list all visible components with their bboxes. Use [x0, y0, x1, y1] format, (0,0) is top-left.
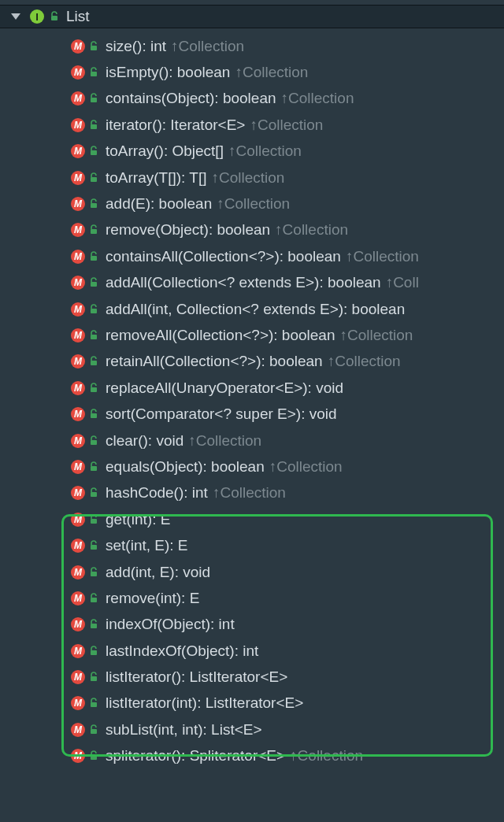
method-row[interactable]: MremoveAll(Collection<?>): boolean↑Colle… [71, 322, 504, 348]
method-icon: M [71, 118, 85, 132]
method-row[interactable]: Miterator(): Iterator<E>↑Collection [71, 112, 504, 138]
unlock-icon [88, 750, 99, 761]
method-signature: replaceAll(UnaryOperator<E>): void [106, 380, 343, 397]
svg-rect-0 [51, 16, 57, 20]
unlock-icon [88, 93, 99, 104]
method-icon: M [71, 696, 85, 710]
unlock-icon [88, 146, 99, 157]
inherited-from: ↑Collection [328, 353, 401, 370]
method-signature: set(int, E): E [106, 537, 188, 554]
method-row[interactable]: Msort(Comparator<? super E>): void [71, 401, 504, 427]
method-row[interactable]: MreplaceAll(UnaryOperator<E>): void [71, 375, 504, 401]
method-signature: listIterator(int): ListIterator<E> [106, 694, 303, 712]
method-icon: M [71, 250, 85, 264]
method-row[interactable]: Mcontains(Object): boolean↑Collection [71, 86, 504, 112]
svg-rect-23 [91, 624, 97, 628]
svg-rect-7 [91, 203, 97, 208]
method-icon: M [71, 723, 85, 737]
method-row[interactable]: MtoArray(T[]): T[]↑Collection [71, 165, 504, 191]
method-signature: remove(int): E [106, 590, 199, 607]
unlock-icon [88, 435, 99, 446]
svg-rect-22 [91, 598, 97, 602]
method-row[interactable]: Mspliterator(): Spliterator<E>↑Collectio… [71, 743, 504, 769]
unlock-icon [88, 277, 99, 288]
method-row[interactable]: MaddAll(Collection<? extends E>): boolea… [71, 270, 504, 296]
method-row[interactable]: MretainAll(Collection<?>): boolean↑Colle… [71, 349, 504, 375]
interface-name: List [66, 8, 90, 25]
method-icon: M [71, 381, 85, 395]
method-icon: M [71, 328, 85, 342]
method-row[interactable]: MhashCode(): int↑Collection [71, 480, 504, 506]
method-icon: M [71, 644, 85, 658]
method-row[interactable]: Mset(int, E): E [71, 532, 504, 558]
svg-rect-27 [91, 729, 97, 734]
svg-rect-26 [91, 702, 97, 707]
svg-rect-21 [91, 572, 97, 576]
unlock-icon [88, 67, 99, 78]
method-row[interactable]: Madd(E): boolean↑Collection [71, 191, 504, 217]
inherited-from: ↑Collection [211, 169, 284, 187]
method-row[interactable]: MaddAll(int, Collection<? extends E>): b… [71, 296, 504, 322]
method-row[interactable]: Mremove(Object): boolean↑Collection [71, 217, 504, 243]
method-signature: lastIndexOf(Object): int [106, 642, 258, 660]
unlock-icon [88, 672, 99, 683]
method-signature: sort(Comparator<? super E>): void [106, 405, 337, 423]
method-row[interactable]: Mremove(int): E [71, 585, 504, 611]
method-row[interactable]: Mclear(): void↑Collection [71, 428, 504, 454]
method-icon: M [71, 65, 85, 80]
method-signature: size(): int [106, 38, 166, 55]
unlock-icon [88, 383, 99, 394]
method-row[interactable]: MindexOf(Object): int [71, 612, 504, 638]
method-icon: M [71, 302, 85, 317]
method-row[interactable]: MisEmpty(): boolean↑Collection [71, 59, 504, 85]
inherited-from: ↑Collection [281, 90, 354, 107]
method-signature: addAll(Collection<? extends E>): boolean [106, 274, 381, 291]
method-signature: add(E): boolean [106, 195, 212, 213]
unlock-icon [88, 41, 99, 52]
unlock-icon [88, 461, 99, 472]
method-row[interactable]: MtoArray(): Object[]↑Collection [71, 139, 504, 165]
unlock-icon [88, 251, 99, 262]
method-row[interactable]: Mequals(Object): boolean↑Collection [71, 454, 504, 480]
method-signature: contains(Object): boolean [106, 90, 276, 107]
method-signature: spliterator(): Spliterator<E> [106, 747, 285, 765]
svg-rect-25 [91, 676, 97, 681]
method-icon: M [71, 223, 85, 237]
method-signature: removeAll(Collection<?>): boolean [106, 327, 335, 344]
unlock-icon [88, 172, 99, 183]
method-row[interactable]: MlistIterator(): ListIterator<E> [71, 664, 504, 690]
method-icon: M [71, 539, 85, 553]
method-signature: clear(): void [106, 432, 183, 450]
inherited-from: ↑Collection [275, 221, 348, 239]
unlock-icon [49, 11, 60, 22]
method-row[interactable]: McontainsAll(Collection<?>): boolean↑Col… [71, 243, 504, 269]
method-row[interactable]: Madd(int, E): void [71, 559, 504, 585]
unlock-icon [88, 304, 99, 315]
inherited-from: ↑Collection [217, 195, 290, 213]
svg-rect-20 [91, 545, 97, 550]
svg-rect-17 [91, 466, 97, 471]
method-row[interactable]: Mget(int): E [71, 506, 504, 532]
inherited-from: ↑Collection [171, 38, 244, 55]
expand-arrow-icon[interactable] [11, 13, 20, 20]
method-row[interactable]: Msize(): int↑Collection [71, 33, 504, 59]
method-row[interactable]: MlastIndexOf(Object): int [71, 638, 504, 664]
method-row[interactable]: MlistIterator(int): ListIterator<E> [71, 691, 504, 716]
svg-rect-12 [91, 335, 97, 339]
method-signature: hashCode(): int [106, 484, 208, 502]
svg-rect-18 [91, 492, 97, 497]
unlock-icon [88, 724, 99, 735]
svg-rect-1 [91, 46, 97, 50]
unlock-icon [88, 120, 99, 131]
unlock-icon [88, 356, 99, 367]
method-icon: M [71, 354, 85, 368]
interface-header-row[interactable]: I List [0, 5, 504, 28]
inherited-from: ↑Collection [213, 484, 286, 502]
interface-icon: I [30, 9, 44, 24]
method-signature: add(int, E): void [106, 564, 210, 581]
svg-rect-9 [91, 256, 97, 261]
method-signature: iterator(): Iterator<E> [106, 117, 245, 134]
inherited-from: ↑Collection [290, 747, 363, 765]
method-row[interactable]: MsubList(int, int): List<E> [71, 716, 504, 742]
method-signature: get(int): E [106, 511, 170, 528]
